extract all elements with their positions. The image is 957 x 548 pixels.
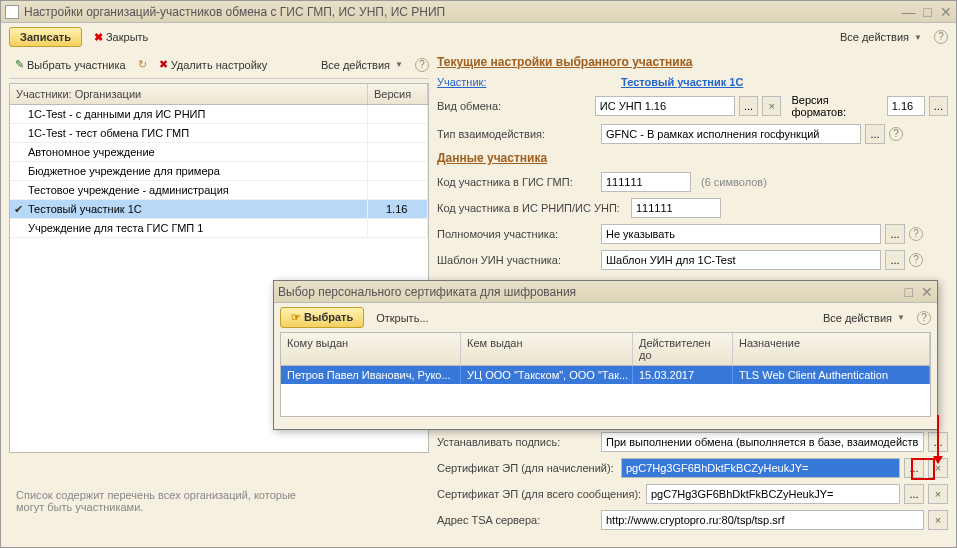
code-gis-input[interactable] (601, 172, 691, 192)
sign-input[interactable] (601, 432, 924, 452)
select-participant-button[interactable]: ✎ Выбрать участника (9, 55, 132, 74)
uin-picker[interactable]: ... (885, 250, 905, 270)
exchange-type-clear[interactable]: × (762, 96, 781, 116)
code-gis-label: Код участника в ГИС ГМП: (437, 176, 597, 188)
cert-grid: Кому выдан Кем выдан Действителен до Наз… (280, 332, 931, 417)
section-current-settings: Текущие настройки выбранного участника (437, 51, 948, 73)
modal-select-button[interactable]: ☞ Выбрать (280, 307, 364, 328)
cert-picker-dialog: Выбор персонального сертификата для шифр… (273, 280, 938, 430)
help-icon[interactable]: ? (909, 253, 923, 267)
participant-label[interactable]: Участник: (437, 76, 597, 88)
mcol-purpose[interactable]: Назначение (733, 333, 930, 365)
modal-maximize[interactable]: □ (905, 284, 913, 300)
delete-icon: ✖ (159, 58, 168, 71)
cert1-input[interactable] (621, 458, 900, 478)
chevron-down-icon: ▼ (897, 313, 905, 322)
table-row[interactable]: Тестовое учреждение - администрация (10, 181, 428, 200)
format-version-input[interactable] (887, 96, 925, 116)
annotation-highlight (911, 458, 935, 480)
sign-label: Устанавливать подпись: (437, 436, 597, 448)
delete-setting-button[interactable]: ✖ Удалить настройку (153, 55, 274, 74)
mcol-issued-to[interactable]: Кому выдан (281, 333, 461, 365)
tsa-label: Адрес TSA сервера: (437, 514, 597, 526)
uin-input[interactable] (601, 250, 881, 270)
chevron-down-icon: ▼ (914, 33, 922, 42)
table-row[interactable]: Автономное учреждение (10, 143, 428, 162)
col-version-header[interactable]: Версия (368, 84, 428, 104)
footer-hint: Список содержит перечень всех организаци… (8, 483, 308, 519)
window-icon (5, 5, 19, 19)
cert2-input[interactable] (646, 484, 900, 504)
help-icon[interactable]: ? (889, 127, 903, 141)
format-version-label: Версия форматов: (791, 94, 882, 118)
interaction-type-input[interactable] (601, 124, 861, 144)
modal-all-actions[interactable]: Все действия ▼ (817, 309, 911, 327)
format-version-picker[interactable]: ... (929, 96, 948, 116)
chevron-down-icon: ▼ (395, 60, 403, 69)
pencil-icon: ✎ (15, 58, 24, 71)
mcol-issued-by[interactable]: Кем выдан (461, 333, 633, 365)
code-rnip-input[interactable] (631, 198, 721, 218)
check-icon: ✔ (14, 203, 23, 216)
help-icon[interactable]: ? (909, 227, 923, 241)
exchange-type-picker[interactable]: ... (739, 96, 758, 116)
cert2-clear[interactable]: × (928, 484, 948, 504)
code-rnip-label: Код участника в ИС РНИП/ИС УНП: (437, 202, 627, 214)
minimize-button[interactable]: — (902, 4, 916, 20)
auth-label: Полномочия участника: (437, 228, 597, 240)
hand-icon: ☞ (291, 311, 301, 323)
cert2-label: Сертификат ЭП (для всего сообщения): (437, 488, 642, 500)
auth-picker[interactable]: ... (885, 224, 905, 244)
table-row[interactable]: ✔Тестовый участник 1С1.16 (10, 200, 428, 219)
maximize-button[interactable]: □ (924, 4, 932, 20)
modal-title: Выбор персонального сертификата для шифр… (278, 285, 905, 299)
modal-close[interactable]: ✕ (921, 284, 933, 300)
left-all-actions[interactable]: Все действия ▼ (315, 56, 409, 74)
main-toolbar: Записать ✖ Закрыть Все действия ▼ ? (1, 23, 956, 51)
help-icon[interactable]: ? (917, 311, 931, 325)
cert1-label: Сертификат ЭП (для начислений): (437, 462, 617, 474)
all-actions-menu[interactable]: Все действия ▼ (834, 28, 928, 46)
cert2-picker[interactable]: ... (904, 484, 924, 504)
window-title: Настройки организаций-участников обмена … (24, 5, 902, 19)
exchange-type-input[interactable] (595, 96, 735, 116)
close-button[interactable]: ✖ Закрыть (88, 28, 154, 47)
mcol-valid-until[interactable]: Действителен до (633, 333, 733, 365)
exchange-type-label: Вид обмена: (437, 100, 591, 112)
main-titlebar: Настройки организаций-участников обмена … (1, 1, 956, 23)
close-window-button[interactable]: ✕ (940, 4, 952, 20)
tsa-input[interactable] (601, 510, 924, 530)
left-toolbar: ✎ Выбрать участника ↻ ✖ Удалить настройк… (9, 51, 429, 79)
participant-link[interactable]: Тестовый участник 1С (621, 76, 743, 88)
annotation-arrow (937, 415, 939, 463)
interaction-type-picker[interactable]: ... (865, 124, 885, 144)
save-button[interactable]: Записать (9, 27, 82, 47)
close-icon: ✖ (94, 31, 103, 44)
uin-label: Шаблон УИН участника: (437, 254, 597, 266)
section-participant-data: Данные участника (437, 147, 948, 169)
interaction-type-label: Тип взаимодействия: (437, 128, 597, 140)
tsa-clear[interactable]: × (928, 510, 948, 530)
cert-row[interactable]: Петров Павел Иванович, Руко... УЦ ООО "Т… (281, 366, 930, 384)
table-row[interactable]: Учреждение для теста ГИС ГМП 1 (10, 219, 428, 238)
auth-input[interactable] (601, 224, 881, 244)
col-name-header[interactable]: Участники: Организации (10, 84, 368, 104)
refresh-icon[interactable]: ↻ (138, 58, 147, 71)
modal-open-button[interactable]: Открыть... (370, 309, 434, 327)
table-row[interactable]: Бюджетное учреждение для примера (10, 162, 428, 181)
table-row[interactable]: 1C-Test - с данными для ИС РНИП (10, 105, 428, 124)
code-gis-hint: (6 символов) (695, 176, 767, 188)
help-icon[interactable]: ? (934, 30, 948, 44)
help-icon[interactable]: ? (415, 58, 429, 72)
table-row[interactable]: 1C-Test - тест обмена ГИС ГМП (10, 124, 428, 143)
